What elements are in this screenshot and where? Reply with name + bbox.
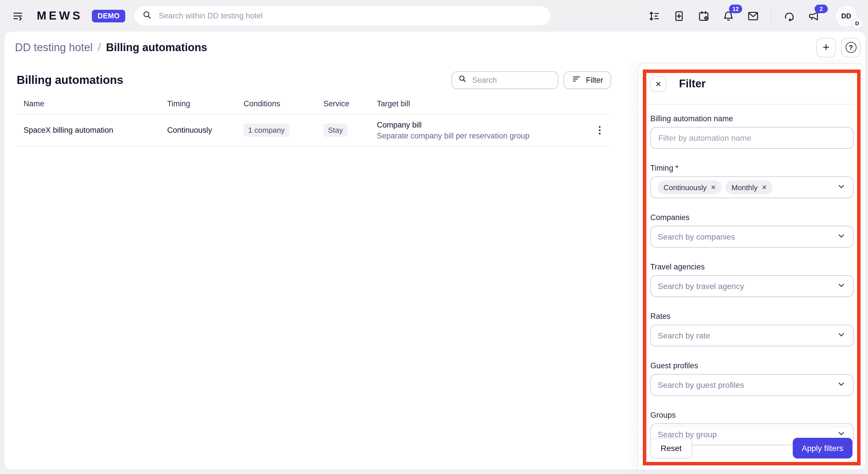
- rates-label: Rates: [650, 312, 854, 321]
- mail-icon: [747, 9, 760, 22]
- filter-panel-header: ✕ Filter: [638, 64, 865, 105]
- companies-select[interactable]: Search by companies: [650, 226, 854, 248]
- filter-lines-icon: [571, 74, 581, 86]
- announcements-badge: 2: [814, 4, 828, 13]
- travel-agencies-select[interactable]: Search by travel agency: [650, 275, 854, 297]
- collapse-menu-button[interactable]: [8, 6, 28, 26]
- notifications-button[interactable]: 12: [719, 6, 738, 26]
- top-bar: MEWS DEMO: [0, 0, 868, 32]
- add-box-icon: [673, 9, 685, 22]
- service-chip: Stay: [323, 123, 347, 137]
- create-new-button[interactable]: [669, 6, 689, 26]
- field-travel-agencies: Travel agencies Search by travel agency: [650, 263, 854, 297]
- remove-chip-icon[interactable]: ✕: [711, 184, 716, 190]
- reset-button[interactable]: Reset: [650, 438, 692, 458]
- timeline-button[interactable]: [694, 6, 713, 26]
- remove-chip-icon[interactable]: ✕: [762, 184, 767, 190]
- apply-filters-button[interactable]: Apply filters: [793, 438, 852, 458]
- breadcrumb-row: DD testing hotel / Billing automations +…: [5, 32, 865, 63]
- target-bill-subtitle: Separate company bill per reservation gr…: [377, 130, 588, 141]
- filter-panel: ✕ Filter Billing automation name Timing …: [638, 63, 865, 469]
- search-icon: [458, 74, 467, 86]
- page-title: Billing automations: [17, 73, 123, 86]
- messages-button[interactable]: [743, 6, 763, 26]
- travel-agencies-placeholder: Search by travel agency: [658, 282, 832, 291]
- filter-button-label: Filter: [586, 76, 603, 84]
- field-automation-name: Billing automation name: [650, 114, 854, 149]
- field-companies: Companies Search by companies: [650, 213, 854, 248]
- help-button[interactable]: ?: [841, 38, 861, 57]
- mews-logo: MEWS: [37, 9, 83, 22]
- global-search-input[interactable]: [158, 11, 543, 21]
- notifications-badge: 12: [729, 4, 742, 13]
- guest-profiles-label: Guest profiles: [650, 361, 854, 370]
- travel-agencies-label: Travel agencies: [650, 263, 854, 271]
- filter-panel-title: Filter: [679, 78, 706, 90]
- global-search[interactable]: [135, 6, 551, 25]
- kebab-icon: ⋮: [595, 125, 604, 136]
- chevron-down-icon: [836, 231, 846, 243]
- breadcrumb-parent[interactable]: DD testing hotel: [15, 41, 92, 54]
- guest-profiles-placeholder: Search by guest profiles: [658, 380, 832, 389]
- automation-name-label: Billing automation name: [650, 114, 854, 123]
- chevron-down-icon: [836, 181, 846, 193]
- row-menu-button[interactable]: ⋮: [593, 123, 607, 137]
- topbar-icons: 12: [645, 4, 858, 27]
- chevron-down-icon: [836, 329, 846, 342]
- billing-automations-section: Billing automations: [17, 70, 611, 147]
- column-header-service: Service: [316, 99, 370, 108]
- rates-select[interactable]: Search by rate: [650, 325, 854, 347]
- groups-label: Groups: [650, 411, 854, 419]
- demo-badge: DEMO: [92, 9, 126, 22]
- automation-name-input[interactable]: [650, 127, 854, 149]
- timing-select[interactable]: Continuously ✕ Monthly ✕: [650, 176, 854, 198]
- breadcrumb: DD testing hotel / Billing automations: [10, 41, 207, 54]
- timing-chip-label: Continuously: [663, 183, 707, 191]
- column-header-timing: Timing: [160, 99, 237, 108]
- table-search[interactable]: [452, 71, 558, 89]
- column-header-name: Name: [17, 99, 160, 108]
- announcements-button[interactable]: 2: [804, 6, 824, 26]
- cell-service: Stay: [316, 123, 370, 137]
- cell-name: SpaceX billing automation: [17, 126, 160, 135]
- close-icon: ✕: [655, 80, 661, 88]
- support-button[interactable]: [779, 6, 799, 26]
- filter-panel-body: Billing automation name Timing * Continu…: [638, 105, 865, 445]
- table-row[interactable]: SpaceX billing automation Continuously 1…: [17, 114, 611, 147]
- cell-actions: ⋮: [588, 123, 611, 137]
- guest-profiles-select[interactable]: Search by guest profiles: [650, 374, 854, 396]
- breadcrumb-separator: /: [98, 41, 101, 54]
- table-header: Name Timing Conditions Service Target bi…: [17, 99, 611, 114]
- cell-timing: Continuously: [160, 126, 237, 135]
- headset-icon: [783, 9, 796, 22]
- close-filter-button[interactable]: ✕: [650, 76, 666, 92]
- plus-icon: +: [823, 41, 829, 54]
- calendar-settings-icon: [698, 9, 710, 22]
- cell-target-bill: Company bill Separate company bill per r…: [370, 119, 588, 141]
- rates-placeholder: Search by rate: [658, 331, 832, 340]
- sort-list-icon: [648, 9, 661, 22]
- cell-conditions: 1 company: [237, 123, 316, 137]
- conditions-chip: 1 company: [244, 123, 289, 137]
- toolbar-right: Filter: [452, 71, 611, 89]
- column-header-target-bill: Target bill: [370, 99, 588, 108]
- column-header-conditions: Conditions: [237, 99, 316, 108]
- table-search-input[interactable]: [471, 75, 552, 85]
- field-rates: Rates Search by rate: [650, 312, 854, 347]
- field-timing: Timing * Continuously ✕ Monthly ✕: [650, 164, 854, 198]
- timing-chips: Continuously ✕ Monthly ✕: [658, 180, 832, 194]
- topbar-divider: [771, 9, 772, 23]
- target-bill-title: Company bill: [377, 119, 588, 130]
- chevron-down-icon: [836, 280, 846, 292]
- field-guest-profiles: Guest profiles Search by guest profiles: [650, 361, 854, 396]
- breadcrumb-current: Billing automations: [106, 41, 207, 54]
- timing-label: Timing *: [650, 164, 854, 172]
- search-icon: [142, 9, 153, 22]
- timing-chip-label: Monthly: [732, 183, 758, 191]
- timing-chip-monthly: Monthly ✕: [726, 180, 773, 194]
- page-actions: + ?: [816, 38, 861, 57]
- queue-button[interactable]: [645, 6, 664, 26]
- filter-button[interactable]: Filter: [563, 71, 611, 89]
- section-toolbar: Billing automations: [17, 70, 611, 90]
- add-button[interactable]: +: [816, 38, 836, 57]
